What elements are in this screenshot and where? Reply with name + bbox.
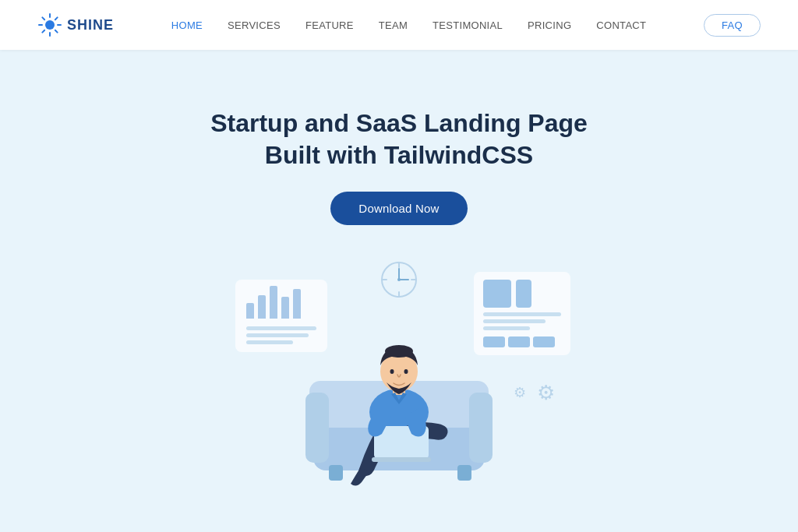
svg-rect-21 [329,465,343,481]
gear-large-icon: ⚙ [537,381,555,405]
bottom-block-3 [533,336,555,347]
nav-testimonial[interactable]: TESTIMONIAL [433,19,503,31]
hero-title-line1: Startup and SaaS Landing Page [210,106,588,141]
nav-pricing[interactable]: PRICING [528,19,571,31]
card-line-3 [246,340,293,344]
chart-card [235,280,327,352]
right-card-lines [483,312,561,330]
svg-rect-25 [372,457,431,462]
svg-rect-22 [457,465,471,481]
block-tall [516,280,531,308]
bottom-block-2 [508,336,530,347]
svg-point-29 [390,369,394,374]
bottom-block-1 [483,336,505,347]
nav-contact[interactable]: CONTACT [596,19,646,31]
nav-home[interactable]: HOME [171,19,203,31]
gear-small-icon: ⚙ [514,384,526,401]
svg-point-30 [404,369,408,374]
navbar: SHINE HOME SERVICES FEATURE TEAM TESTIMO… [0,0,798,50]
svg-point-0 [45,20,55,30]
bar-1 [246,303,254,319]
svg-point-28 [385,345,413,358]
svg-line-6 [55,30,58,33]
bar-4 [281,297,289,319]
card-line-2 [246,333,309,337]
logo-text: SHINE [67,17,114,33]
illustration-wrapper: ⚙ ⚙ [0,256,798,498]
svg-rect-19 [305,393,329,463]
gear-area: ⚙ ⚙ [514,381,555,405]
right-line-3 [483,326,530,330]
bar-2 [258,295,266,319]
logo-icon [37,12,62,37]
nav-feature[interactable]: FEATURE [305,19,354,31]
nav-team[interactable]: TEAM [379,19,408,31]
download-button[interactable]: Download Now [330,192,467,225]
logo[interactable]: SHINE [37,12,114,37]
dashboard-card [474,272,570,355]
nav-links: HOME SERVICES FEATURE TEAM TESTIMONIAL P… [171,18,646,32]
bar-5 [293,289,301,319]
svg-line-7 [55,17,58,19]
svg-point-16 [397,278,401,281]
bar-chart [246,287,316,319]
bar-3 [270,286,277,319]
clock-icon [376,256,422,303]
card-line-1 [246,326,316,330]
card-lines [246,326,316,344]
svg-line-8 [42,30,44,33]
nav-services[interactable]: SERVICES [228,19,281,31]
svg-line-5 [42,17,44,19]
hero-section: Startup and SaaS Landing Page Built with… [0,50,798,498]
faq-button[interactable]: FAQ [704,14,761,37]
hero-title-line2: Built with TailwindCSS [265,141,533,170]
block-big [483,280,511,308]
clock-container [376,256,422,306]
right-bottom-blocks [483,336,561,347]
svg-rect-20 [469,393,493,463]
right-line-1 [483,312,561,316]
right-line-2 [483,319,546,323]
right-card-top [483,280,561,308]
